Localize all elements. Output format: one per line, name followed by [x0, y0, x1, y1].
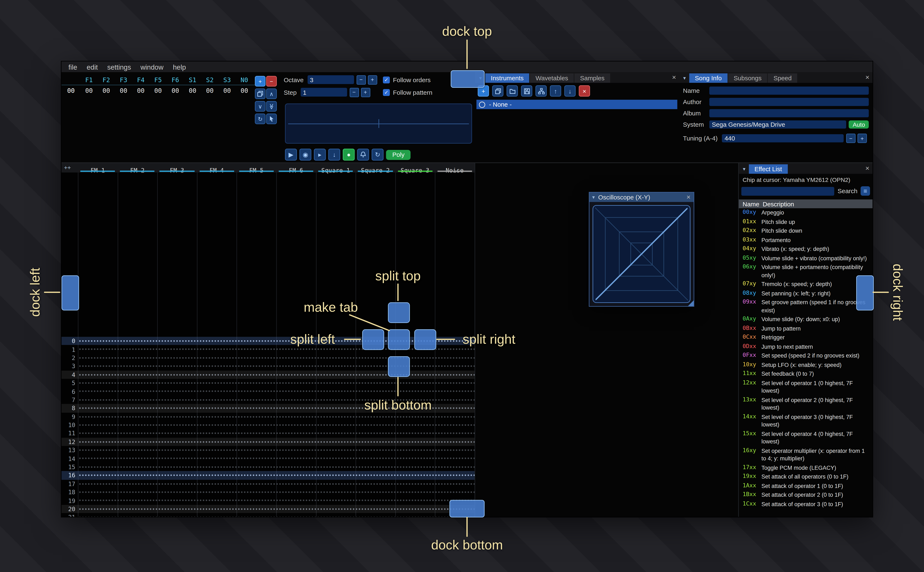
pattern-row[interactable]: 2: [62, 354, 475, 362]
effect-row[interactable]: 07xy Tremolo (x: speed; y: depth): [739, 280, 873, 289]
pattern-row-cells[interactable]: [78, 354, 475, 362]
dock-target-bottom[interactable]: [449, 500, 485, 518]
oscilloscope-title-bar[interactable]: ▼ Oscilloscope (X-Y) ×: [589, 193, 693, 202]
effect-row[interactable]: 05xy Volume slide + vibrato (compatibili…: [739, 254, 873, 263]
author-input[interactable]: [709, 98, 869, 106]
tuning-input[interactable]: 440: [722, 134, 844, 142]
pattern-row[interactable]: 6: [62, 387, 475, 396]
channel-header[interactable]: FM 5: [237, 163, 276, 173]
orders-channel-header[interactable]: F3: [115, 76, 132, 84]
pattern-row-cells[interactable]: [78, 438, 475, 446]
pattern-row[interactable]: 10: [62, 421, 475, 429]
pattern-row-cells[interactable]: [78, 463, 475, 471]
effect-row[interactable]: 03xx Portamento: [739, 236, 873, 245]
dock-target-right[interactable]: [856, 275, 874, 311]
pattern-row[interactable]: 20: [62, 505, 475, 513]
order-move-down-button[interactable]: ∨: [255, 101, 265, 112]
orders-channel-header[interactable]: F6: [167, 76, 184, 84]
tab-samples[interactable]: Samples: [574, 73, 610, 83]
follow-orders-checkbox[interactable]: ✓: [383, 76, 390, 83]
tab-wavetables[interactable]: Wavetables: [530, 73, 574, 83]
pattern-row-cells[interactable]: [78, 421, 475, 429]
pattern-row[interactable]: 16: [62, 471, 475, 480]
collapse-icon[interactable]: ▼: [591, 195, 596, 199]
order-cell[interactable]: 00: [218, 87, 236, 94]
pattern-row[interactable]: 19: [62, 496, 475, 505]
effect-row[interactable]: 09xx Set groove pattern (speed 1 if no g…: [739, 298, 873, 315]
pattern-row-cells[interactable]: [78, 480, 475, 488]
delete-instrument-button[interactable]: ×: [579, 85, 590, 96]
pattern-row[interactable]: 15: [62, 463, 475, 471]
menu-item[interactable]: window: [140, 63, 164, 71]
effect-search-input[interactable]: [741, 187, 834, 196]
pattern-row-cells[interactable]: [78, 454, 475, 463]
dock-target-top[interactable]: [451, 70, 485, 88]
effect-row[interactable]: 04xy Vibrato (x: speed; y: depth): [739, 245, 873, 254]
split-target-left[interactable]: [362, 329, 384, 350]
instrument-organize-button[interactable]: [536, 85, 547, 96]
record-toggle-button[interactable]: ●: [343, 149, 355, 160]
pattern-row[interactable]: 11: [62, 429, 475, 438]
collapse-icon[interactable]: ▼: [682, 76, 687, 80]
menu-item[interactable]: file: [69, 63, 77, 71]
octave-decrement-button[interactable]: −: [356, 75, 366, 84]
effect-row[interactable]: 01xx Pitch slide up: [739, 218, 873, 227]
channel-header[interactable]: Square 2: [355, 163, 395, 173]
effect-row[interactable]: 00xy Arpeggio: [739, 208, 873, 218]
make-tab-target[interactable]: [388, 329, 410, 350]
duplicate-instrument-button[interactable]: [492, 85, 503, 96]
tab-song-info[interactable]: Song Info: [689, 73, 727, 83]
effect-row[interactable]: 11xx Set feedback (0 to 7): [739, 370, 873, 379]
collapse-icon[interactable]: ▼: [742, 167, 746, 171]
menu-item[interactable]: settings: [107, 63, 131, 71]
pattern-row[interactable]: 0: [62, 337, 475, 345]
order-duplicate-button[interactable]: [255, 89, 265, 99]
orders-channel-header[interactable]: F2: [98, 76, 115, 84]
pattern-row[interactable]: 17: [62, 480, 475, 488]
channel-header[interactable]: Noise: [435, 163, 475, 173]
tuning-decrement-button[interactable]: −: [846, 134, 855, 143]
pattern-row-cells[interactable]: [78, 387, 475, 396]
close-icon[interactable]: ×: [672, 74, 676, 81]
effect-row[interactable]: 0Fxx Set speed (speed 2 if no grooves ex…: [739, 351, 873, 361]
pattern-row-cells[interactable]: [78, 446, 475, 454]
pattern-row-cells[interactable]: [78, 471, 475, 480]
open-instrument-button[interactable]: [506, 85, 518, 96]
octave-input[interactable]: 3: [307, 75, 354, 84]
step-input[interactable]: 1: [301, 88, 347, 96]
effect-row[interactable]: 02xx Pitch slide down: [739, 227, 873, 236]
channel-header[interactable]: FM 4: [197, 163, 237, 173]
pattern-row[interactable]: 12: [62, 438, 475, 446]
effect-row[interactable]: 14xx Set level of operator 3 (0 highest,…: [739, 412, 873, 429]
effect-row[interactable]: 17xx Toggle PCM mode (LEGACY): [739, 463, 873, 473]
step-decrement-button[interactable]: −: [349, 88, 359, 97]
effect-row[interactable]: 08xy Set panning (x: left; y: right): [739, 289, 873, 298]
orders-channel-header[interactable]: F5: [150, 76, 167, 84]
pattern-row[interactable]: 9: [62, 412, 475, 421]
order-index[interactable]: 00: [62, 87, 80, 94]
close-icon[interactable]: ×: [865, 165, 869, 172]
effect-row[interactable]: 12xx Set level of operator 1 (0 highest,…: [739, 379, 873, 396]
octave-increment-button[interactable]: +: [368, 75, 377, 84]
order-remove-button[interactable]: −: [266, 76, 277, 87]
effect-row[interactable]: 16xy Set operator multiplier (x: operato…: [739, 446, 873, 463]
pattern-row-cells[interactable]: [78, 513, 475, 517]
pattern-row[interactable]: 21: [62, 513, 475, 517]
order-replay-button[interactable]: ↻: [255, 113, 265, 124]
channel-header[interactable]: FM 3: [157, 163, 197, 173]
order-cell[interactable]: 00: [150, 87, 167, 94]
metronome-button[interactable]: [357, 149, 369, 160]
order-cell[interactable]: 00: [184, 87, 201, 94]
poly-toggle-button[interactable]: Poly: [386, 150, 411, 160]
effect-row[interactable]: 0Axy Volume slide (0y: down; x0: up): [739, 315, 873, 324]
tab-instruments[interactable]: Instruments: [485, 73, 529, 83]
follow-pattern-checkbox[interactable]: ✓: [383, 89, 390, 96]
order-cell[interactable]: 00: [132, 87, 150, 94]
instrument-move-up-button[interactable]: ↑: [550, 85, 561, 96]
order-cell[interactable]: 00: [167, 87, 184, 94]
pattern-row[interactable]: 18: [62, 488, 475, 496]
pattern-row-cells[interactable]: [78, 505, 475, 513]
resize-grip[interactable]: [688, 300, 693, 306]
channel-header[interactable]: Square 1: [316, 163, 355, 173]
pattern-row[interactable]: 14: [62, 454, 475, 463]
